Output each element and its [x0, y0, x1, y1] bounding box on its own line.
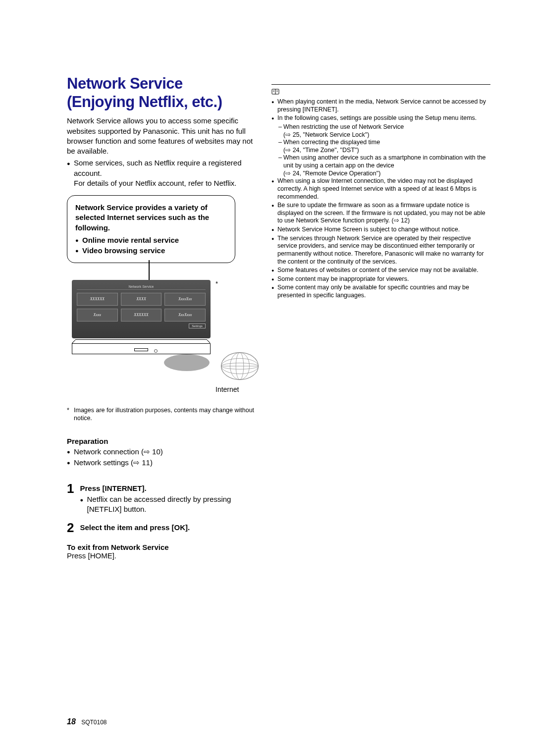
tile: XXXX [121, 293, 162, 306]
step-1: 1 Press [INTERNET]. Netflix can be acces… [67, 482, 258, 515]
prep-item-2: Network settings (⇨ 11) [67, 457, 258, 468]
note-item: Some content may be inappropriate for vi… [271, 275, 490, 283]
preparation-heading: Preparation [67, 437, 258, 445]
settings-button: Settings [189, 324, 206, 328]
diagram: Network Service XXXXXX XXXX XxxxXxx Xxxx… [67, 260, 258, 404]
callout-item-2: Video browsing service [75, 245, 227, 256]
intro-text: Network Service allows you to access som… [67, 116, 258, 156]
step-number: 1 [67, 482, 74, 515]
page-footer: 18 SQT0108 [67, 717, 107, 726]
step-title: Press [INTERNET]. [80, 484, 258, 492]
footnote: * Images are for illustration purposes, … [67, 407, 258, 422]
footnote-mark: * [67, 407, 69, 415]
step-2: 2 Select the item and press [OK]. [67, 521, 258, 534]
note-item: In the following cases, settings are pos… [271, 114, 490, 122]
tv-header: Network Service [77, 285, 206, 290]
tile: XxxXxxx [164, 309, 206, 322]
notes-list: When playing content in the media, Netwo… [271, 98, 490, 300]
step-title: Select the item and press [OK]. [80, 523, 258, 532]
divider [271, 84, 490, 85]
intro-bullet: Some services, such as Netflix require a… [67, 158, 258, 178]
note-item: When correcting the displayed time [271, 139, 490, 147]
intro-sub: For details of your Netflix account, ref… [67, 178, 258, 188]
note-item: (⇨ 24, "Time Zone", "DST") [271, 147, 490, 155]
tv-screen: Network Service XXXXXX XXXX XxxxXxx Xxxx… [72, 280, 211, 338]
callout-title: Network Service provides a variety of se… [75, 203, 227, 233]
note-item: When restricting the use of Network Serv… [271, 123, 490, 131]
note-icon [271, 89, 490, 96]
step-number: 2 [67, 521, 74, 534]
note-item: Network Service Home Screen is subject t… [271, 226, 490, 234]
prep-item-1: Network connection (⇨ 10) [67, 446, 258, 457]
page-number: 18 [67, 717, 76, 726]
note-item: Some content may only be available for s… [271, 284, 490, 299]
tile: XXXXXX [77, 293, 118, 306]
step-sub: Netflix can be accessed directly by pres… [80, 494, 258, 515]
note-item: Be sure to update the firmware as soon a… [271, 202, 490, 225]
doc-id: SQT0108 [81, 719, 107, 726]
note-item: When using a slow Internet connection, t… [271, 177, 490, 201]
connection-blob [164, 354, 210, 371]
star-marker: * [215, 280, 218, 287]
tile: XXXXXX [121, 309, 162, 322]
note-item: (⇨ 24, "Remote Device Operation") [271, 170, 490, 178]
exit-title: To exit from Network Service [67, 543, 258, 551]
tile: Xxxx [77, 309, 118, 322]
title-line2: (Enjoying Netflix, etc.) [67, 93, 222, 110]
internet-label: Internet [215, 385, 239, 393]
globe-icon [220, 347, 259, 385]
exit-body: Press [HOME]. [67, 551, 258, 560]
note-item: (⇨ 25, "Network Service Lock") [271, 131, 490, 139]
tv-stand [72, 338, 211, 354]
footnote-text: Images are for illustration purposes, co… [67, 407, 258, 422]
note-item: Some features of websites or content of … [271, 267, 490, 274]
callout-item-1: Online movie rental service [75, 235, 227, 245]
page-title: Network Service (Enjoying Netflix, etc.) [67, 74, 258, 111]
tile: XxxxXxx [164, 293, 206, 306]
note-item: When using another device such as a smar… [271, 154, 490, 169]
title-line1: Network Service [67, 75, 183, 92]
note-item: The services through Network Service are… [271, 235, 490, 266]
note-item: When playing content in the media, Netwo… [271, 98, 490, 113]
callout-box: Network Service provides a variety of se… [67, 195, 235, 263]
